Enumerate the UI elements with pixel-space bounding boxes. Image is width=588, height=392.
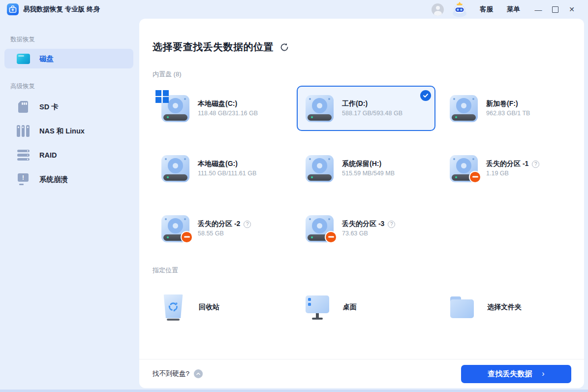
specified-locations-label: 指定位置: [153, 266, 571, 275]
drive-capacity: 515.59 MB/549 MB: [342, 170, 395, 177]
refresh-icon[interactable]: [279, 42, 289, 52]
close-button[interactable]: ✕: [563, 2, 580, 17]
sidebar: 数据恢复磁盘高级恢复SD 卡NAS 和 LinuxRAID!系统崩溃: [0, 19, 138, 389]
hard-drive-icon: [306, 215, 334, 242]
drive-name: 本地磁盘(C:): [198, 99, 237, 108]
drive-card[interactable]: 系统保留(H:)515.59 MB/549 MB: [297, 146, 435, 191]
location-label: 桌面: [343, 303, 357, 312]
location-label: 选择文件夹: [487, 303, 522, 312]
lost-partition-minus-badge: [181, 231, 193, 243]
arrow-right-icon: ›: [542, 369, 544, 378]
drive-card[interactable]: 丢失的分区 -3?73.63 GB: [297, 206, 435, 251]
window-bottom-edge: [0, 390, 588, 392]
sidebar-item-sd-card[interactable]: SD 卡: [4, 96, 133, 118]
lost-partition-minus-badge: [325, 231, 337, 243]
drive-card[interactable]: 本地磁盘(C:)118.48 GB/231.16 GB: [153, 86, 291, 131]
drive-name: 工作(D:): [342, 99, 368, 108]
sidebar-item-label: RAID: [39, 151, 57, 159]
sidebar-item-label: 磁盘: [39, 54, 54, 64]
main-panel: 选择要查找丢失数据的位置 内置盘 (8) 本地磁盘(C:)118.48 GB/2…: [139, 19, 584, 388]
drive-capacity: 588.17 GB/593.48 GB: [342, 110, 402, 117]
user-avatar[interactable]: [432, 3, 444, 16]
location-item[interactable]: 选择文件夹: [441, 287, 580, 328]
customer-service-button[interactable]: 客服: [480, 5, 493, 14]
hard-drive-icon: [161, 155, 189, 182]
disk-drive-icon: [17, 54, 30, 64]
drive-capacity: 962.83 GB/1 TB: [486, 110, 530, 117]
chevron-up-icon[interactable]: [194, 369, 203, 378]
sidebar-item-system-crash[interactable]: !系统崩溃: [4, 168, 133, 191]
sidebar-item-nas-linux[interactable]: NAS 和 Linux: [4, 120, 133, 142]
drive-name: 丢失的分区 -1: [486, 160, 528, 168]
nas-server-icon: [17, 125, 30, 137]
hard-drive-icon: [450, 155, 478, 182]
drive-name: 新加卷(F:): [486, 99, 518, 108]
scan-button-label: 查找丢失数据: [488, 369, 532, 379]
maximize-button[interactable]: [547, 2, 563, 17]
titlebar: 易我数据恢复 专业版 终身 客服 菜单 — ✕: [0, 0, 588, 19]
drive-card[interactable]: 本地磁盘(G:)111.50 GB/111.61 GB: [153, 146, 291, 191]
drive-card[interactable]: 丢失的分区 -1?1.19 GB: [441, 146, 580, 191]
minimize-button[interactable]: —: [530, 2, 547, 17]
raid-array-icon: [17, 150, 30, 161]
sd-card-icon: [18, 101, 28, 113]
sidebar-item-label: NAS 和 Linux: [39, 127, 85, 136]
maximize-icon: [552, 6, 558, 13]
menu-button[interactable]: 菜单: [507, 5, 520, 14]
sidebar-item-disk[interactable]: 磁盘: [4, 49, 133, 68]
drive-capacity: 1.19 GB: [486, 170, 509, 177]
help-icon[interactable]: ?: [244, 221, 251, 228]
footer-bar: 找不到硬盘? 查找丢失数据 ›: [139, 359, 584, 388]
window-title: 易我数据恢复 专业版 终身: [23, 5, 100, 14]
scan-lost-data-button[interactable]: 查找丢失数据 ›: [461, 365, 571, 383]
lost-partition-minus-badge: [469, 171, 481, 183]
sidebar-item-raid[interactable]: RAID: [4, 144, 133, 166]
drive-capacity: 73.63 GB: [342, 230, 368, 237]
hard-drive-icon: [450, 95, 478, 122]
drive-name: 系统保留(H:): [342, 160, 381, 168]
drive-capacity: 58.55 GB: [198, 230, 224, 237]
check-icon: [420, 90, 431, 101]
drive-card[interactable]: 丢失的分区 -2?58.55 GB: [153, 206, 291, 251]
drive-name: 本地磁盘(G:): [198, 160, 238, 168]
recycle-bin-icon: [160, 294, 186, 321]
hard-drive-icon: [306, 95, 334, 122]
internal-disks-label: 内置盘 (8): [153, 70, 571, 79]
desktop-icon: [305, 294, 330, 321]
drive-card[interactable]: 工作(D:)588.17 GB/593.48 GB: [297, 86, 435, 131]
page-title: 选择要查找丢失数据的位置: [153, 40, 274, 54]
drive-capacity: 118.48 GB/231.16 GB: [198, 110, 258, 117]
sidebar-section-label: 数据恢复: [10, 35, 138, 44]
hard-drive-icon: [161, 215, 189, 242]
cant-find-drive-link[interactable]: 找不到硬盘?: [153, 369, 189, 378]
sidebar-item-label: 系统崩溃: [39, 175, 68, 184]
sidebar-item-label: SD 卡: [39, 102, 59, 112]
hard-drive-icon: [306, 155, 334, 182]
drive-card[interactable]: 新加卷(F:)962.83 GB/1 TB: [441, 86, 580, 131]
system-crash-icon: !: [17, 173, 29, 185]
location-label: 回收站: [199, 303, 219, 312]
help-icon[interactable]: ?: [388, 221, 395, 228]
drive-name: 丢失的分区 -3: [342, 220, 384, 229]
location-item[interactable]: 回收站: [153, 287, 291, 328]
app-logo-icon: [7, 3, 19, 15]
drive-name: 丢失的分区 -2: [198, 220, 240, 229]
location-item[interactable]: 桌面: [297, 287, 435, 328]
drive-capacity: 111.50 GB/111.61 GB: [198, 170, 256, 177]
folder-icon: [449, 294, 474, 321]
help-icon[interactable]: ?: [532, 161, 539, 168]
assistant-robot-icon[interactable]: [451, 1, 468, 18]
sidebar-section-label: 高级恢复: [10, 82, 138, 91]
locations-grid: 回收站桌面选择文件夹: [153, 287, 571, 328]
drive-grid: 本地磁盘(C:)118.48 GB/231.16 GB工作(D:)588.17 …: [153, 86, 571, 251]
windows-logo-icon: [155, 90, 169, 103]
